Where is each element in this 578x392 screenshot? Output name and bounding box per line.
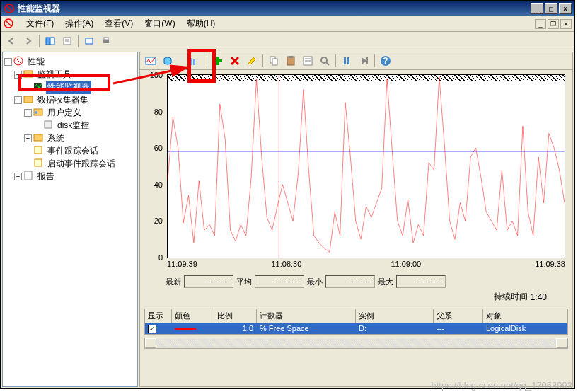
perf-icon — [13, 56, 25, 67]
add-counter-button[interactable] — [210, 53, 226, 69]
min-label: 最小 — [307, 277, 323, 287]
cell-instance: D: — [356, 323, 434, 334]
help-button[interactable]: ? — [378, 53, 393, 69]
counter-grid[interactable]: 显示 颜色 比例 计数器 实例 父系 对象 ✓ 1.0 % Free Space… — [144, 309, 568, 335]
duration-row: 持续时间 1:40 — [144, 291, 568, 306]
trace-icon — [33, 158, 45, 169]
tree-startup-trace[interactable]: 启动事件跟踪会话 — [46, 157, 117, 171]
scroll-left-button[interactable] — [145, 338, 156, 348]
minimize-button[interactable]: _ — [531, 3, 543, 14]
avg-label: 平均 — [236, 277, 252, 287]
svg-rect-5 — [50, 38, 54, 45]
navigation-tree[interactable]: −性能 −监视工具 性能监视器 −数据收集器集 −用户定义 disk监控 +系统… — [2, 52, 138, 387]
chart-type-button[interactable] — [184, 53, 200, 69]
chart-area: 020406080100 11:09:3911:08:3011:09:0011:… — [139, 70, 573, 387]
svg-rect-9 — [86, 38, 93, 44]
mdi-restore[interactable]: ❐ — [548, 19, 559, 29]
tree-user-defined[interactable]: 用户定义 — [46, 106, 83, 120]
expand-icon[interactable]: − — [14, 96, 22, 104]
svg-line-1 — [6, 6, 12, 11]
svg-rect-11 — [104, 38, 108, 40]
col-counter[interactable]: 计数器 — [257, 309, 356, 323]
close-button[interactable]: × — [559, 3, 572, 14]
svg-rect-26 — [187, 61, 190, 65]
tree-disk-monitor[interactable]: disk监控 — [56, 119, 91, 132]
col-show[interactable]: 显示 — [145, 309, 172, 323]
col-parent[interactable]: 父系 — [434, 309, 483, 323]
system-folder-icon — [33, 132, 45, 144]
max-value: ---------- — [396, 275, 446, 288]
chart-toolbar: ? — [139, 52, 573, 70]
properties-button[interactable] — [300, 53, 316, 69]
menubar: 文件(F) 操作(A) 查看(V) 窗口(W) 帮助(H) _ ❐ × — [1, 16, 574, 32]
tree-reports[interactable]: 报告 — [36, 170, 56, 183]
show-hide-tree-button[interactable] — [42, 33, 58, 49]
expand-icon[interactable]: − — [24, 109, 32, 117]
scroll-right-button[interactable] — [556, 338, 567, 348]
col-object[interactable]: 对象 — [483, 309, 567, 323]
monitor-icon — [33, 81, 45, 93]
menu-help[interactable]: 帮助(H) — [181, 16, 221, 31]
svg-point-40 — [321, 57, 327, 63]
duration-value: 1:40 — [531, 292, 547, 302]
expand-icon[interactable]: + — [24, 134, 32, 142]
svg-line-41 — [326, 62, 329, 65]
expand-icon[interactable]: − — [14, 71, 22, 79]
forward-button[interactable] — [21, 33, 36, 49]
menu-window[interactable]: 窗口(W) — [139, 16, 180, 31]
svg-point-18 — [35, 111, 37, 114]
zoom-button[interactable] — [317, 53, 333, 69]
delete-counter-button[interactable] — [227, 53, 243, 69]
svg-rect-20 — [34, 134, 42, 141]
highlight-button[interactable] — [244, 53, 260, 69]
print-button[interactable] — [98, 33, 114, 49]
tree-monitoring-tools[interactable]: 监视工具 — [36, 68, 73, 81]
properties-button[interactable] — [59, 33, 75, 49]
expand-icon[interactable]: + — [14, 173, 22, 180]
cell-object: LogicalDisk — [483, 323, 567, 334]
svg-rect-14 — [24, 71, 33, 77]
menu-action[interactable]: 操作(A) — [59, 16, 99, 31]
app-icon — [4, 3, 15, 14]
col-color[interactable]: 颜色 — [172, 309, 214, 323]
mdi-minimize[interactable]: _ — [535, 19, 546, 29]
show-checkbox[interactable]: ✓ — [148, 325, 156, 333]
svg-text:?: ? — [383, 56, 388, 66]
mdi-close[interactable]: × — [560, 19, 572, 29]
tree-root[interactable]: 性能 — [26, 55, 46, 69]
svg-rect-10 — [103, 40, 109, 43]
svg-line-3 — [6, 21, 11, 26]
folder-icon — [23, 94, 35, 105]
svg-rect-22 — [35, 159, 42, 166]
col-instance[interactable]: 实例 — [356, 309, 434, 323]
export-button[interactable] — [81, 33, 97, 49]
tree-system[interactable]: 系统 — [46, 132, 66, 145]
tree-perf-monitor[interactable]: 性能监视器 — [46, 81, 91, 94]
expand-icon[interactable]: − — [4, 58, 12, 66]
maximize-button[interactable]: □ — [545, 3, 557, 14]
svg-rect-43 — [347, 57, 349, 64]
counter-row[interactable]: ✓ 1.0 % Free Space D: --- LogicalDisk — [145, 323, 567, 334]
view-current-button[interactable] — [143, 53, 158, 69]
horizontal-scrollbar[interactable] — [144, 338, 568, 349]
svg-rect-28 — [193, 59, 195, 65]
freeze-button[interactable] — [339, 53, 354, 69]
view-log-button[interactable] — [160, 53, 175, 69]
tree-event-trace[interactable]: 事件跟踪会话 — [46, 144, 100, 158]
copy-button[interactable] — [266, 53, 282, 69]
menu-view[interactable]: 查看(V) — [99, 16, 139, 31]
stats-row: 最新 ---------- 平均 ---------- 最小 ---------… — [144, 272, 568, 291]
tree-data-collector[interactable]: 数据收集器集 — [36, 93, 90, 107]
update-button[interactable] — [356, 53, 371, 69]
cell-scale: 1.0 — [214, 323, 257, 334]
cell-parent: --- — [434, 323, 483, 334]
menu-file[interactable]: 文件(F) — [21, 16, 59, 31]
col-scale[interactable]: 比例 — [214, 309, 257, 323]
back-button[interactable] — [4, 33, 19, 49]
svg-rect-27 — [190, 58, 192, 65]
svg-rect-36 — [289, 56, 293, 58]
color-swatch — [175, 328, 196, 330]
svg-line-13 — [16, 58, 21, 64]
line-chart[interactable]: 020406080100 11:09:3911:08:3011:09:0011:… — [144, 74, 568, 272]
paste-button[interactable] — [283, 53, 299, 69]
